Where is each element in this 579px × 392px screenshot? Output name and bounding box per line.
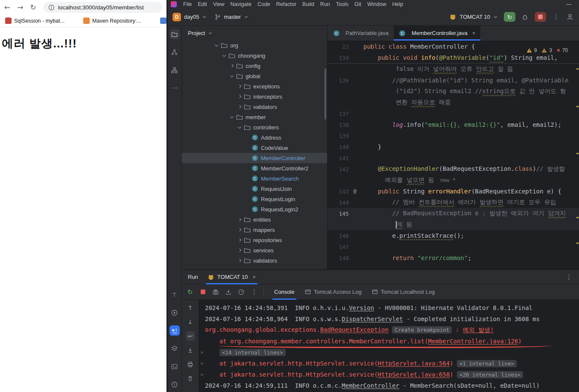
menu-navigate[interactable]: Navigate xyxy=(228,1,254,7)
import-icon[interactable] xyxy=(225,288,232,296)
line-number[interactable]: 138 xyxy=(328,122,349,128)
menu-window[interactable]: Window xyxy=(364,1,389,7)
code-editor[interactable]: 22public class MemberController {134 pub… xyxy=(328,41,579,269)
console-link[interactable]: Version xyxy=(349,304,374,311)
soft-wrap-icon[interactable]: ↩ xyxy=(186,331,195,341)
bookmark-item[interactable]: SqlSession - mybat... xyxy=(5,18,64,24)
rerun-button[interactable]: ↻ xyxy=(504,12,515,22)
tree-item-membersearch[interactable]: CMemberSearch xyxy=(182,173,327,184)
chevron-right-icon[interactable] xyxy=(230,64,234,68)
rerun-icon[interactable]: ↻ xyxy=(186,288,194,296)
line-number[interactable]: 139 xyxy=(328,133,349,139)
commit-graph-icon[interactable] xyxy=(170,47,180,57)
thread-dump-icon[interactable] xyxy=(212,288,219,296)
site-info-icon[interactable] xyxy=(48,4,55,11)
editor-tab-pathvariable.java[interactable]: CPathVariable.java xyxy=(328,26,394,41)
services-tool-icon[interactable] xyxy=(170,325,180,336)
project-tool-icon[interactable] xyxy=(170,29,180,39)
menu-refactor[interactable]: Refactor xyxy=(273,1,299,7)
chevron-right-icon[interactable] xyxy=(237,238,242,242)
console-tab-tomcat-access-log[interactable]: Tomcat Access Log xyxy=(300,284,367,300)
project-scrollbar[interactable] xyxy=(325,68,326,120)
project-panel-header[interactable]: Project xyxy=(182,26,327,40)
line-number[interactable]: 142 xyxy=(328,166,349,173)
chevron-down-icon[interactable] xyxy=(214,43,219,47)
line-number[interactable]: 143 xyxy=(328,188,349,195)
chevron-down-icon[interactable] xyxy=(230,74,234,78)
reload-icon[interactable]: ↻ xyxy=(30,3,36,12)
line-number[interactable]: 141 xyxy=(328,155,349,161)
chevron-right-icon[interactable] xyxy=(237,228,242,232)
minimize-icon[interactable]: — xyxy=(562,1,576,7)
chevron-right-icon[interactable] xyxy=(237,94,242,99)
run-panel-options-icon[interactable]: ⋮ xyxy=(565,273,573,281)
tree-item-validators[interactable]: validators xyxy=(182,255,327,266)
line-number[interactable]: 145 xyxy=(328,211,349,217)
menu-code[interactable]: Code xyxy=(254,1,273,7)
tree-item-controllers[interactable]: controllers xyxy=(182,122,327,132)
scroll-to-end-icon[interactable] xyxy=(186,345,195,355)
project-widget[interactable]: D day05 xyxy=(173,13,207,21)
tree-item-requestjoin[interactable]: CRequestJoin xyxy=(182,184,327,194)
forward-icon[interactable]: → xyxy=(17,3,23,12)
tree-item-org[interactable]: org xyxy=(182,40,327,50)
line-number[interactable]: 147 xyxy=(328,244,349,250)
close-icon[interactable]: × xyxy=(252,274,256,280)
console-more-icon[interactable]: ⋮ xyxy=(250,288,258,296)
console-output[interactable]: 2024-07-16 14:24:58,391 INFO o.h.v.i.u.V… xyxy=(199,300,579,392)
layers-icon[interactable] xyxy=(170,343,180,354)
chevron-down-icon[interactable] xyxy=(222,53,227,58)
problems-icon[interactable] xyxy=(170,379,180,389)
tree-item-repositories[interactable]: repositories xyxy=(182,235,327,245)
chevron-right-icon[interactable] xyxy=(237,258,242,263)
tree-item-member[interactable]: member xyxy=(182,112,327,122)
line-number[interactable]: 136 xyxy=(328,77,349,84)
tree-item-address[interactable]: CAddress xyxy=(182,132,327,143)
terminal-icon[interactable] xyxy=(170,361,180,372)
inspections-widget[interactable]: 9 3 × 70 xyxy=(524,46,573,54)
line-number[interactable]: 137 xyxy=(328,111,349,117)
close-icon[interactable]: × xyxy=(472,30,476,36)
console-link[interactable]: MemberController.java:126 xyxy=(428,338,518,345)
chevron-right-icon[interactable] xyxy=(237,248,242,252)
chevron-right-icon[interactable] xyxy=(237,84,242,88)
console-link[interactable]: 예외 발생! xyxy=(463,326,494,333)
line-number[interactable]: 144 xyxy=(328,199,349,206)
tree-item-requestlogin2[interactable]: CRequestLogin2 xyxy=(182,204,327,214)
tree-item-interceptors[interactable]: interceptors xyxy=(182,91,327,102)
tree-item-exceptions[interactable]: exceptions xyxy=(182,81,327,91)
tree-item-global[interactable]: global xyxy=(182,71,327,81)
menu-view[interactable]: View xyxy=(210,1,228,7)
more-tool-windows-icon[interactable]: ⋯ xyxy=(170,83,180,93)
menu-run[interactable]: Run xyxy=(317,1,333,7)
console-link[interactable]: MemberController xyxy=(342,382,399,389)
fold-chevron-icon[interactable]: > xyxy=(199,372,205,377)
next-occurrence-icon[interactable]: ↓ xyxy=(186,317,195,327)
menu-build[interactable]: Build xyxy=(299,1,317,7)
t-bar-icon[interactable]: ⊤ xyxy=(170,290,180,300)
run-config-selector[interactable]: TOMCAT 10 xyxy=(449,13,498,20)
gauge-icon[interactable] xyxy=(237,288,245,296)
console-tab-tomcat-localhost-log[interactable]: Tomcat Localhost Log xyxy=(367,284,440,300)
clear-all-icon[interactable] xyxy=(186,374,195,383)
more-actions-icon[interactable]: ⋮ xyxy=(552,13,560,21)
console-link[interactable]: HttpServlet.java:564 xyxy=(378,360,450,367)
back-icon[interactable]: ← xyxy=(4,3,10,12)
branch-widget[interactable]: master xyxy=(214,14,249,20)
line-number[interactable]: 22 xyxy=(328,44,349,50)
menu-file[interactable]: File xyxy=(180,1,195,7)
run-tab-tomcat[interactable]: TOMCAT 10 × xyxy=(206,270,257,284)
console-link[interactable]: HttpServlet.java:658 xyxy=(378,371,450,378)
tree-item-mappers[interactable]: mappers xyxy=(182,225,327,235)
tree-item-validators[interactable]: validators xyxy=(182,102,327,112)
tree-item-codevalue[interactable]: CCodeValue xyxy=(182,143,327,153)
tree-item-config[interactable]: config xyxy=(182,61,327,71)
prev-occurrence-icon[interactable]: ↑ xyxy=(186,303,195,313)
menu-help[interactable]: Help xyxy=(389,1,406,7)
chevron-down-icon[interactable] xyxy=(237,125,242,129)
debug-icon[interactable] xyxy=(521,13,529,20)
tree-item-requestlogin[interactable]: CRequestLogin xyxy=(182,194,327,204)
chevron-right-icon[interactable] xyxy=(237,217,242,222)
tree-item-choongang[interactable]: choongang xyxy=(182,50,327,61)
structure-icon[interactable] xyxy=(170,65,180,75)
